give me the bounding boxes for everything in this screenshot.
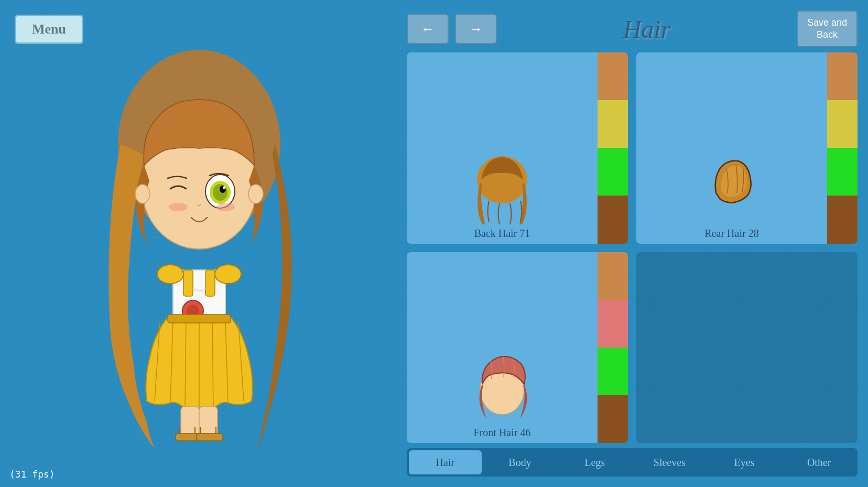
back-hair-color-4[interactable] — [598, 196, 628, 243]
front-hair-color-2[interactable] — [598, 300, 628, 348]
rear-hair-color-1[interactable] — [827, 52, 858, 100]
empty-card-slot — [636, 252, 858, 443]
svg-rect-5 — [205, 270, 215, 296]
character-svg — [63, 39, 335, 448]
save-back-button[interactable]: Save and Back — [797, 10, 858, 48]
back-hair-color-3[interactable] — [598, 148, 628, 196]
back-hair-colors — [598, 52, 628, 244]
svg-rect-4 — [183, 270, 193, 296]
tab-legs[interactable]: Legs — [558, 450, 631, 474]
svg-point-30 — [216, 203, 235, 211]
right-panel: ← → Hair Save and Back — [407, 10, 858, 477]
section-title: Hair — [503, 15, 790, 44]
front-hair-colors — [598, 252, 628, 443]
svg-rect-15 — [181, 406, 199, 438]
bottom-nav: Hair Body Legs Sleeves Eyes Other — [407, 448, 858, 477]
back-hair-color-2[interactable] — [598, 100, 628, 148]
rear-hair-card-main[interactable]: Rear Hair 28 — [636, 52, 827, 244]
tab-sleeves[interactable]: Sleeves — [633, 450, 706, 474]
front-hair-color-4[interactable] — [598, 395, 628, 443]
back-hair-icon — [471, 151, 534, 224]
rear-hair-color-2[interactable] — [827, 100, 858, 148]
back-hair-color-1[interactable] — [598, 52, 628, 100]
svg-rect-20 — [197, 434, 223, 441]
svg-point-28 — [223, 186, 226, 189]
tab-other[interactable]: Other — [783, 450, 855, 474]
rear-hair-icon — [700, 151, 763, 224]
rear-hair-label: Rear Hair 28 — [704, 228, 758, 240]
svg-point-29 — [169, 203, 188, 211]
back-hair-card: Back Hair 71 — [407, 52, 628, 244]
front-hair-card-main[interactable]: Front Hair 46 — [407, 252, 598, 443]
svg-rect-14 — [168, 315, 231, 323]
svg-point-32 — [248, 185, 263, 203]
rear-hair-color-3[interactable] — [827, 148, 858, 196]
next-button[interactable]: → — [455, 14, 497, 44]
top-bar: ← → Hair Save and Back — [407, 10, 858, 47]
hair-cards-grid: Back Hair 71 — [407, 52, 858, 443]
svg-point-31 — [135, 185, 150, 203]
prev-button[interactable]: ← — [407, 14, 449, 44]
front-hair-card: Front Hair 46 — [407, 252, 628, 443]
tab-body[interactable]: Body — [484, 450, 557, 474]
svg-point-3 — [215, 265, 241, 284]
front-hair-label: Front Hair 46 — [474, 427, 531, 439]
front-hair-color-3[interactable] — [598, 348, 628, 395]
tab-eyes[interactable]: Eyes — [708, 450, 781, 474]
svg-point-26 — [213, 184, 227, 201]
front-hair-icon — [471, 350, 534, 424]
tab-hair[interactable]: Hair — [409, 450, 482, 474]
rear-hair-color-4[interactable] — [827, 196, 858, 243]
svg-point-2 — [157, 265, 183, 284]
rear-hair-card: Rear Hair 28 — [636, 52, 858, 244]
rear-hair-colors — [827, 52, 858, 244]
back-hair-label: Back Hair 71 — [474, 228, 530, 240]
svg-rect-16 — [199, 406, 218, 438]
character-display — [0, 0, 398, 487]
back-hair-card-main[interactable]: Back Hair 71 — [407, 52, 598, 244]
front-hair-color-1[interactable] — [598, 252, 628, 300]
